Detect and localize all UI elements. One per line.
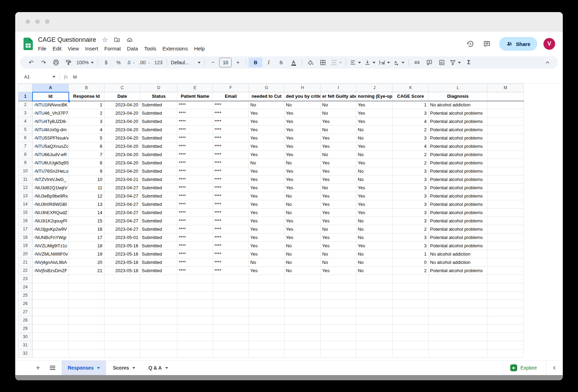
cell-M10[interactable] [487,167,524,175]
cell-C23[interactable] [104,275,140,283]
cell-I25[interactable] [321,291,356,300]
cell-B28[interactable] [69,316,104,325]
cell-K16[interactable]: 3 [393,217,429,225]
column-header-G[interactable]: G [249,84,285,92]
row-header-31[interactable]: 31 [18,341,32,350]
cell-G14[interactable]: Yes [249,200,285,209]
cell-I6[interactable]: Yes [321,134,356,142]
cell-A25[interactable] [32,291,69,300]
borders-icon[interactable] [317,58,329,67]
cell-M20[interactable] [487,250,524,258]
cell-H10[interactable]: Yes [285,167,321,175]
cell-G3[interactable]: Yes [249,109,285,117]
add-sheet-icon[interactable]: + [32,362,44,374]
cell-E20[interactable]: **** [177,250,213,258]
column-header-D[interactable]: D [140,84,177,92]
cell-E27[interactable] [177,308,213,316]
row-header-22[interactable]: 22 [18,267,32,275]
insert-chart-icon[interactable] [436,58,448,67]
menu-edit[interactable]: Edit [49,45,65,52]
cell-E28[interactable] [177,316,213,325]
cell-D6[interactable]: Submitted [140,134,177,142]
strikethrough-button[interactable]: S [275,58,287,67]
cell-J27[interactable] [356,308,393,316]
cell-A1[interactable]: Id [32,92,69,101]
cell-F17[interactable]: **** [213,225,249,233]
cell-E10[interactable]: **** [177,167,213,175]
cell-G13[interactable]: Yes [249,192,285,200]
cell-M30[interactable] [487,333,524,341]
decrease-font-size-button[interactable]: − [207,58,219,67]
cell-A17[interactable]: -NU3jgvKp2w9V [32,225,69,233]
row-header-23[interactable]: 23 [18,275,32,283]
cell-L13[interactable]: Potential alcohol problems [429,192,487,200]
cell-A19[interactable]: -NVZLiMg9iTz1c [32,242,69,250]
cell-B2[interactable]: 1 [69,101,104,109]
cell-E5[interactable]: **** [177,126,213,134]
cloud-status-icon[interactable] [126,37,133,43]
cell-J24[interactable] [356,283,393,291]
row-header-15[interactable]: 15 [18,209,32,217]
cell-F9[interactable]: **** [213,159,249,167]
cell-E14[interactable]: **** [177,200,213,209]
cell-B16[interactable]: 15 [69,217,104,225]
cell-C16[interactable]: 2023-04-27 [104,217,140,225]
row-header-9[interactable]: 9 [18,159,32,167]
cell-M13[interactable] [487,192,524,200]
cell-K30[interactable] [393,333,429,341]
cell-H16[interactable]: Yes [285,217,321,225]
row-header-28[interactable]: 28 [18,316,32,325]
cell-M17[interactable] [487,225,524,233]
cell-J32[interactable] [356,350,393,358]
cell-G10[interactable]: Yes [249,167,285,175]
cell-A23[interactable] [32,275,69,283]
cell-M12[interactable] [487,184,524,192]
cell-K4[interactable]: 4 [393,117,429,126]
cell-F18[interactable]: **** [213,233,249,242]
cell-K24[interactable] [393,283,429,291]
cell-I15[interactable]: Yes [321,209,356,217]
menu-format[interactable]: Format [101,45,124,52]
cell-H26[interactable] [285,300,321,308]
cell-D26[interactable] [140,300,177,308]
column-header-L[interactable]: L [429,84,487,92]
cell-K17[interactable]: 2 [393,225,429,233]
cell-H7[interactable]: Yes [285,142,321,151]
cell-F2[interactable]: **** [213,101,249,109]
cell-L4[interactable]: Potential alcohol problems [429,117,487,126]
column-header-H[interactable]: H [285,84,321,92]
cell-L26[interactable] [429,300,487,308]
cell-C3[interactable]: 2023-04-20 [104,109,140,117]
cell-C1[interactable]: Date [104,92,140,101]
cell-K23[interactable] [393,275,429,283]
cell-C11[interactable]: 2023-04-21 [104,175,140,184]
functions-icon[interactable]: Σ [463,58,475,67]
cell-L19[interactable]: Potential alcohol problems [429,242,487,250]
cell-C24[interactable] [104,283,140,291]
cell-A4[interactable]: -NTU4TyBJZD6- [32,117,69,126]
cell-F23[interactable] [213,275,249,283]
cell-L18[interactable]: Potential alcohol problems [429,233,487,242]
cell-D13[interactable]: Submitted [140,192,177,200]
cell-L22[interactable]: Potential alcohol problems [429,267,487,275]
close-window-button[interactable] [26,19,30,24]
insert-comment-icon[interactable] [423,58,436,67]
cell-A21[interactable]: -NVj4gnAlvL9bA [32,258,69,267]
cell-J18[interactable]: No [356,233,393,242]
frozen-row-divider[interactable] [18,101,524,102]
cell-I16[interactable]: Yes [321,217,356,225]
cell-K11[interactable]: 3 [393,175,429,184]
cell-I3[interactable]: No [321,109,356,117]
cell-J20[interactable]: No [356,250,393,258]
cell-I28[interactable] [321,316,356,325]
cell-I19[interactable]: Yes [321,242,356,250]
tab-scores[interactable]: Scores [107,361,142,375]
cell-G12[interactable]: Yes [249,184,285,192]
cell-L2[interactable]: No alcohol addiction [429,101,487,109]
cell-A3[interactable]: -NTU46_Vh37P7 [32,109,69,117]
cell-H11[interactable]: Yes [285,175,321,184]
cell-F20[interactable]: **** [213,250,249,258]
cell-M9[interactable] [487,159,524,167]
zoom-select[interactable]: 100% [75,58,95,67]
cell-I4[interactable]: Yes [321,117,356,126]
